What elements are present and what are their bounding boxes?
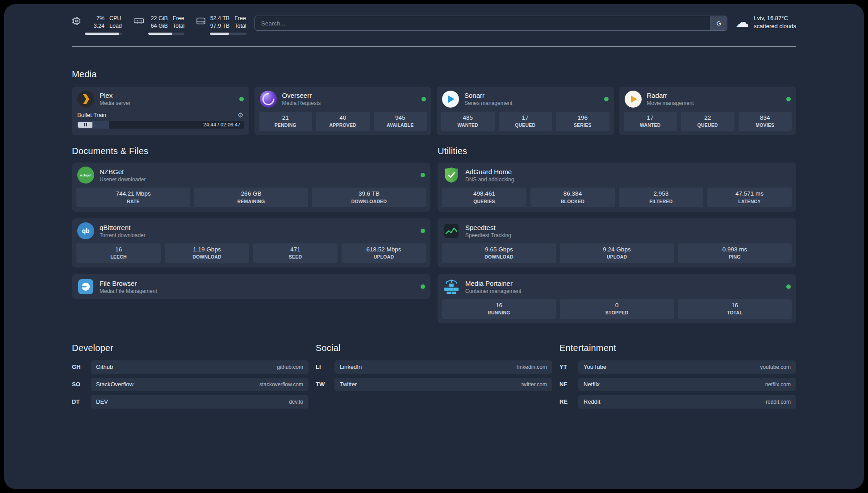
search-bar: G xyxy=(255,16,728,31)
disk-progress-bar xyxy=(210,33,246,35)
app-card-adguard[interactable]: AdGuard Home DNS and adblocking 498,461 … xyxy=(438,163,796,212)
disk-total-label: Total xyxy=(234,22,246,29)
section-title-entertainment: Entertainment xyxy=(559,343,796,353)
qbittorrent-icon: qb xyxy=(77,222,94,239)
adguard-icon xyxy=(443,167,460,184)
app-subtitle: Media Requests xyxy=(282,100,417,106)
stat-upload: 9.24 Gbps UPLOAD xyxy=(560,243,674,263)
stat-series: 196 SERIES xyxy=(556,112,609,131)
app-card-sonarr[interactable]: Sonarr Series management 485 WANTED 17 Q… xyxy=(437,87,614,136)
app-subtitle: DNS and adblocking xyxy=(465,176,791,183)
svg-text:nzbget: nzbget xyxy=(80,173,92,177)
stat-total: 16 TOTAL xyxy=(678,299,792,319)
ram-free-label: Free xyxy=(173,15,184,22)
bookmark-netflix: NF Netflix netflix.com xyxy=(559,378,796,391)
bookmark-link-dev[interactable]: DEV dev.to xyxy=(91,395,309,409)
bookmark-abbr: SO xyxy=(72,381,91,388)
bookmark-link-github[interactable]: Github github.com xyxy=(91,360,309,374)
cpu-load-label: Load xyxy=(109,22,122,29)
disk-monitor: 52.4 TB 97.9 TB Free Total xyxy=(196,15,246,35)
stat-download: 1.19 Gbps DOWNLOAD xyxy=(165,243,249,263)
bookmark-link-twitter[interactable]: Twitter twitter.com xyxy=(334,378,552,391)
stat-latency: 47.571 ms LATENCY xyxy=(707,188,792,207)
stat-rate: 744.21 Mbps RATE xyxy=(76,188,190,207)
overseerr-icon xyxy=(260,91,277,108)
app-card-filebrowser[interactable]: File Browser Media File Management xyxy=(72,274,430,299)
stat-movies: 834 MOVIES xyxy=(739,112,792,131)
system-monitors: 7% 3.24 CPU Load xyxy=(72,15,246,35)
stat-queued: 17 QUEUED xyxy=(499,112,552,131)
bookmark-abbr: LI xyxy=(316,363,334,370)
cpu-load: 3.24 xyxy=(85,22,104,29)
section-media: Media Plex Media server xyxy=(72,69,796,136)
playback-progress-bar[interactable]: 24:44 / 02:06:47 xyxy=(77,121,244,129)
stat-queued: 22 QUEUED xyxy=(681,112,734,131)
plex-icon xyxy=(77,91,94,108)
bookmark-reddit: RE Reddit reddit.com xyxy=(559,395,796,409)
section-title-social: Social xyxy=(316,343,552,353)
app-card-nzbget[interactable]: nzbget NZBGet Usenet downloader 744.21 M… xyxy=(72,163,430,212)
stat-filtered: 2,953 FILTERED xyxy=(619,188,703,207)
weather-location: Lviv, 16.87°C xyxy=(754,15,796,21)
app-subtitle: Series management xyxy=(464,100,599,106)
bookmark-link-netflix[interactable]: Netflix netflix.com xyxy=(578,378,796,391)
section-title-documents: Documents & Files xyxy=(72,146,430,156)
app-name: qBittorrent xyxy=(100,224,415,231)
app-card-speedtest[interactable]: Speedtest Speedtest Tracking 9.65 Gbps D… xyxy=(438,218,796,267)
stat-running: 16 RUNNING xyxy=(442,299,556,319)
cpu-icon xyxy=(72,17,81,25)
bookmark-link-reddit[interactable]: Reddit reddit.com xyxy=(578,395,796,409)
app-card-qbittorrent[interactable]: qb qBittorrent Torrent downloader 16 xyxy=(72,218,430,267)
app-name: NZBGet xyxy=(100,168,415,175)
section-social: Social LI LinkedIn linkedin.com TW Twitt… xyxy=(316,343,552,391)
status-dot xyxy=(421,97,426,101)
status-dot xyxy=(786,97,791,101)
ram-progress-bar xyxy=(148,33,184,35)
dashboard-panel: 7% 3.24 CPU Load xyxy=(4,4,864,489)
app-card-portainer[interactable]: Media Portainer Container management 16 … xyxy=(438,274,796,323)
app-name: Plex xyxy=(100,92,234,99)
app-subtitle: Torrent downloader xyxy=(100,232,415,238)
app-subtitle: Movie management xyxy=(647,100,781,106)
stat-pending: 21 PENDING xyxy=(259,112,313,131)
search-engine-button[interactable]: G xyxy=(710,16,727,30)
search-input[interactable] xyxy=(255,16,710,30)
stat-available: 945 AVAILABLE xyxy=(374,112,427,131)
status-dot xyxy=(239,97,244,101)
weather-condition: scattered clouds xyxy=(754,23,796,29)
section-title-media: Media xyxy=(72,69,796,79)
app-card-radarr[interactable]: Radarr Movie management 17 WANTED 22 QUE… xyxy=(619,87,797,136)
status-dot xyxy=(786,284,791,289)
bookmark-linkedin: LI LinkedIn linkedin.com xyxy=(316,360,552,374)
bookmark-dev: DT DEV dev.to xyxy=(72,395,309,409)
stat-upload: 618.52 Mbps UPLOAD xyxy=(342,243,426,263)
stat-wanted: 17 WANTED xyxy=(624,112,677,131)
stat-seed: 471 SEED xyxy=(253,243,338,263)
app-name: Speedtest xyxy=(465,224,791,231)
now-playing-title: Bullet Train xyxy=(77,112,106,118)
pause-button[interactable] xyxy=(78,122,92,128)
portainer-icon xyxy=(443,278,460,295)
cloud-icon: ☁ xyxy=(735,16,749,29)
bookmark-stackoverflow: SO StackOverflow stackoverflow.com xyxy=(72,378,309,391)
app-subtitle: Media File Management xyxy=(100,288,415,294)
app-subtitle: Usenet downloader xyxy=(100,176,415,183)
ram-total-label: Total xyxy=(173,22,184,29)
app-card-overseerr[interactable]: Overseerr Media Requests 21 PENDING 40 A… xyxy=(255,87,432,136)
bookmark-link-youtube[interactable]: YouTube youtube.com xyxy=(578,360,796,374)
bookmark-link-stackoverflow[interactable]: StackOverflow stackoverflow.com xyxy=(91,378,309,391)
stat-ping: 0.993 ms PING xyxy=(678,243,792,263)
app-name: AdGuard Home xyxy=(465,168,791,175)
section-title-utilities: Utilities xyxy=(438,146,796,156)
app-card-plex[interactable]: Plex Media server Bullet Train ⚙ xyxy=(72,87,249,136)
cpu-monitor: 7% 3.24 CPU Load xyxy=(72,15,122,35)
app-name: File Browser xyxy=(100,280,415,287)
bookmark-link-linkedin[interactable]: LinkedIn linkedin.com xyxy=(334,360,552,374)
disk-total: 97.9 TB xyxy=(210,22,230,29)
radarr-icon xyxy=(625,91,642,108)
section-developer: Developer GH Github github.com SO StackO… xyxy=(72,343,309,409)
stat-download: 9.65 Gbps DOWNLOAD xyxy=(442,243,556,263)
section-title-developer: Developer xyxy=(72,343,309,353)
gear-icon[interactable]: ⚙ xyxy=(238,112,243,118)
bookmark-abbr: DT xyxy=(72,398,91,405)
